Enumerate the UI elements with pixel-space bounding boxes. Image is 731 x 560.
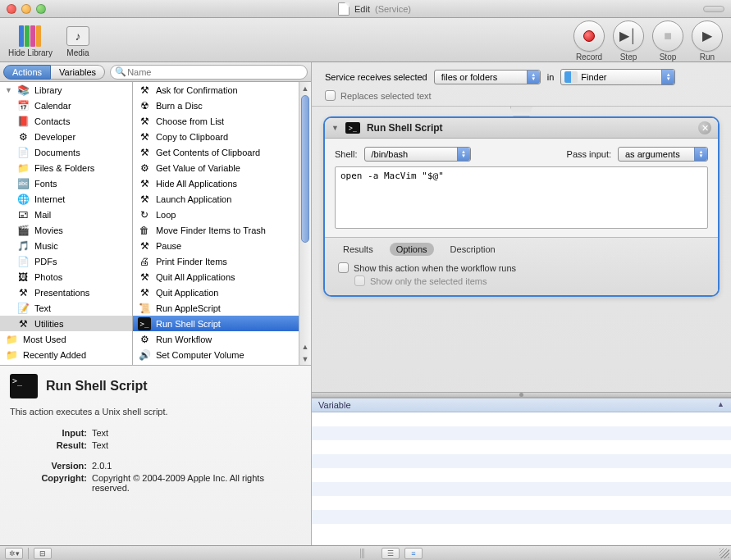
action-row[interactable]: >_Run Shell Script› (133, 316, 311, 331)
tab-options[interactable]: Options (390, 243, 434, 256)
remove-action-button[interactable]: ✕ (698, 121, 711, 134)
sidebar-item-pdfs[interactable]: 📄PDFs (0, 253, 132, 269)
variables-header[interactable]: Variable ▲ (312, 398, 731, 412)
sidebar-item-text[interactable]: 📝Text (0, 300, 132, 316)
show-action-checkbox[interactable] (338, 262, 349, 273)
sidebar-item-movies[interactable]: 🎬Movies (0, 222, 132, 238)
sidebar-item-files[interactable]: 📁Files & Folders (0, 160, 132, 175)
tab-description[interactable]: Description (444, 243, 502, 256)
minimize-window-button[interactable] (21, 4, 31, 14)
sidebar-item-recently-added[interactable]: 📁Recently Added (0, 347, 132, 362)
workflow-view-toggle[interactable]: ⊟ (34, 548, 52, 559)
library-icon: 📚 (16, 84, 30, 97)
close-window-button[interactable] (7, 4, 16, 14)
action-row[interactable]: ⚙Get Value of Variable› (133, 160, 311, 175)
record-icon (583, 30, 595, 42)
step-button[interactable]: ▶│ Step (613, 20, 644, 61)
shell-popup[interactable]: /bin/bash▲▼ (364, 147, 471, 162)
sidebar-item-fonts[interactable]: 🔤Fonts (0, 175, 132, 191)
scroll-down-arrow[interactable]: ▼ (299, 353, 311, 365)
service-app-popup[interactable]: Finder▲▼ (560, 69, 675, 85)
info-copyright-value: Copyright © 2004-2009 Apple Inc. All rig… (92, 473, 301, 493)
workflow-canvas[interactable]: ▼ >_ Run Shell Script ✕ Shell: /bin/bash… (312, 107, 731, 392)
sidebar-item-documents[interactable]: 📄Documents (0, 144, 132, 160)
action-icon: ⚒ (138, 177, 151, 190)
action-label: Run AppleScript (156, 303, 221, 313)
action-row[interactable]: ⚒Ask for Confirmation› (133, 82, 311, 98)
tab-variables[interactable]: Variables (51, 65, 105, 80)
hide-library-button[interactable]: Hide Library (8, 24, 53, 57)
action-row[interactable]: ⚒Copy to Clipboard› (133, 129, 311, 144)
document-icon (338, 2, 350, 16)
record-button[interactable]: Record (573, 20, 605, 61)
action-row[interactable]: ↻Loop› (133, 207, 311, 222)
info-version-value: 2.0.1 (92, 461, 301, 471)
action-icon: ⚒ (138, 286, 151, 299)
action-row[interactable]: ⚒Launch Application› (133, 191, 311, 207)
scroll-thumb[interactable] (301, 95, 309, 243)
column-resize-handle[interactable] (360, 549, 365, 558)
replaces-text-checkbox[interactable] (325, 90, 336, 101)
media-button[interactable]: ♪ Media (64, 24, 92, 57)
library-categories-list[interactable]: ▼📚Library 📅Calendar 📕Contacts ⚙Developer… (0, 82, 133, 365)
service-receives-popup[interactable]: files or folders▲▼ (434, 70, 541, 84)
sidebar-item-calendar[interactable]: 📅Calendar (0, 98, 132, 113)
action-row[interactable]: ⚒Hide All Applications› (133, 175, 311, 191)
run-button[interactable]: ▶ Run (692, 20, 723, 61)
action-label: Print Finder Items (156, 257, 227, 266)
action-row[interactable]: 📜Run AppleScript› (133, 300, 311, 316)
action-row[interactable]: ⚒Quit All Applications› (133, 269, 311, 285)
action-icon: ⚒ (138, 239, 151, 253)
action-row[interactable]: ☢Burn a Disc› (133, 98, 311, 113)
toolbar-toggle-button[interactable] (703, 6, 724, 12)
shell-script-textarea[interactable] (335, 166, 708, 229)
action-row[interactable]: ⚒Pause› (133, 238, 311, 253)
action-row[interactable]: ⚒Choose from List› (133, 113, 311, 129)
run-label: Run (700, 52, 715, 61)
zoom-window-button[interactable] (36, 4, 46, 14)
list-view-button[interactable]: ☰ (381, 548, 400, 559)
action-row[interactable]: ⚒Get Contents of Clipboard› (133, 144, 311, 160)
sidebar-item-most-used[interactable]: 📁Most Used (0, 331, 132, 347)
sidebar-item-contacts[interactable]: 📕Contacts (0, 113, 132, 129)
window-resize-grip[interactable] (720, 549, 729, 558)
tab-results[interactable]: Results (336, 243, 380, 256)
action-row[interactable]: 🗑Move Finder Items to Trash› (133, 222, 311, 238)
sidebar-item-developer[interactable]: ⚙Developer (0, 129, 132, 144)
action-row[interactable]: ⚙Run Workflow› (133, 331, 311, 347)
sidebar-item-utilities[interactable]: ⚒Utilities (0, 316, 132, 331)
sidebar-item-music[interactable]: 🎵Music (0, 238, 132, 253)
sidebar-item-presentations[interactable]: ⚒Presentations (0, 285, 132, 300)
log-view-button[interactable]: ≡ (404, 548, 423, 559)
action-icon: ⚒ (138, 146, 151, 159)
disclosure-triangle[interactable]: ▼ (331, 124, 339, 132)
library-panel: Actions Variables 🔍 ▼📚Library 📅Calendar … (0, 62, 312, 545)
action-row[interactable]: ⚒Quit Application› (133, 285, 311, 300)
scroll-up-arrow[interactable]: ▲ (299, 82, 311, 94)
scroll-up-arrow-2[interactable]: ▲ (299, 340, 311, 353)
run-shell-script-action[interactable]: ▼ >_ Run Shell Script ✕ Shell: /bin/bash… (323, 116, 720, 297)
sidebar-item-photos[interactable]: 🖼Photos (0, 269, 132, 285)
library-root[interactable]: ▼📚Library (0, 82, 132, 98)
sidebar-item-internet[interactable]: 🌐Internet (0, 191, 132, 207)
terminal-icon: >_ (10, 374, 38, 398)
gear-menu-button[interactable]: ✲▾ (5, 548, 23, 559)
sidebar-item-mail[interactable]: 🖃Mail (0, 207, 132, 222)
action-icon: 🗑 (138, 224, 151, 237)
action-row[interactable]: 🔊Set Computer Volume› (133, 347, 311, 362)
action-label: Ask for Confirmation (156, 85, 238, 95)
action-label: Run Workflow (156, 335, 212, 344)
info-description: This action executes a Unix shell script… (10, 407, 301, 417)
action-row[interactable]: 🖨Print Finder Items› (133, 253, 311, 269)
media-label: Media (66, 48, 89, 57)
pane-divider[interactable] (312, 392, 731, 398)
variables-table[interactable] (312, 412, 731, 545)
finder-icon (564, 71, 578, 83)
action-icon: ⚒ (138, 271, 151, 284)
actions-scrollbar[interactable]: ▲ ▲ ▼ (299, 82, 311, 365)
actions-list[interactable]: ⚒Ask for Confirmation›☢Burn a Disc›⚒Choo… (133, 82, 311, 365)
show-selected-checkbox (354, 275, 365, 286)
tab-actions[interactable]: Actions (3, 65, 51, 80)
search-input[interactable] (110, 65, 308, 80)
pass-input-popup[interactable]: as arguments▲▼ (618, 147, 708, 162)
